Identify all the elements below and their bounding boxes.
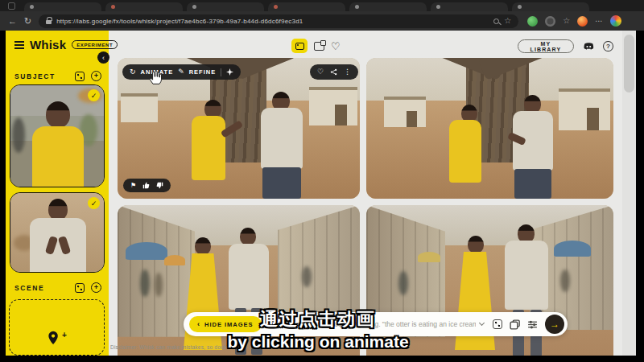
extension-icon-orange[interactable] bbox=[577, 16, 588, 27]
videos-view-toggle[interactable] bbox=[314, 42, 324, 51]
favorites-heart-icon[interactable]: ♡ bbox=[331, 41, 341, 51]
more-options-icon[interactable]: ⋮ bbox=[344, 68, 351, 76]
animate-icon: ↻ bbox=[130, 68, 136, 76]
tab-favicon bbox=[274, 5, 278, 9]
browser-tab[interactable] bbox=[24, 2, 101, 11]
tab-favicon bbox=[355, 5, 359, 9]
report-flag-icon[interactable]: ⚑ bbox=[130, 183, 136, 189]
search-in-page-icon[interactable] bbox=[493, 19, 499, 24]
refine-icon: ✎ bbox=[178, 68, 184, 76]
refine-button[interactable]: REFINE bbox=[189, 68, 217, 76]
browser-toolbar: ← ↻ https://labs.google/fx/tools/whisk/p… bbox=[0, 11, 644, 31]
chevron-left-icon: ‹ bbox=[197, 320, 200, 328]
sidebar: Whisk EXPERIMENT SUBJECT + ✓ bbox=[6, 31, 109, 356]
tab-favicon bbox=[111, 5, 115, 9]
screen: ← ↻ https://labs.google/fx/tools/whisk/p… bbox=[0, 0, 644, 362]
generated-image-1[interactable]: ↻ ANIMATE ✎ REFINE ♡ ⋮ ⚑ bbox=[118, 58, 360, 199]
browser-profile-avatar[interactable] bbox=[610, 15, 621, 27]
plus-icon: + bbox=[62, 331, 67, 339]
selected-check-badge[interactable]: ✓ bbox=[88, 89, 100, 101]
feedback-pill: ⚑ bbox=[123, 179, 171, 192]
view-toggles: ♡ bbox=[291, 39, 341, 53]
tab-favicon bbox=[30, 5, 34, 9]
browser-chrome: ← ↻ https://labs.google/fx/tools/whisk/p… bbox=[0, 0, 644, 31]
submit-arrow-button[interactable]: → bbox=[545, 315, 564, 334]
my-library-button[interactable]: MY LIBRARY bbox=[518, 39, 574, 53]
tab-favicon bbox=[518, 5, 522, 9]
extension-icon-green[interactable] bbox=[527, 16, 538, 27]
scrollbar[interactable] bbox=[622, 31, 636, 356]
thumbs-up-icon[interactable] bbox=[142, 182, 150, 189]
browser-tab[interactable] bbox=[349, 2, 427, 11]
generated-image-grid: ↻ ANIMATE ✎ REFINE ♡ ⋮ ⚑ bbox=[118, 58, 613, 356]
browser-tab[interactable] bbox=[187, 2, 264, 11]
subject-card-woman[interactable]: ✓ bbox=[10, 84, 105, 187]
back-icon[interactable]: ← bbox=[8, 17, 17, 26]
address-bar[interactable]: https://labs.google/fx/tools/whisk/proje… bbox=[39, 14, 518, 28]
experiment-badge: EXPERIMENT bbox=[72, 40, 118, 49]
thumbs-down-icon[interactable] bbox=[156, 182, 163, 189]
location-pin-icon bbox=[47, 331, 59, 345]
scene-label: SCENE bbox=[14, 284, 68, 292]
inspire-dice-icon[interactable] bbox=[493, 319, 502, 329]
images-view-toggle[interactable] bbox=[291, 39, 308, 53]
subject-header-row: SUBJECT + bbox=[14, 71, 101, 81]
scene-header-row: SCENE + bbox=[14, 282, 101, 293]
tab-search-icon[interactable] bbox=[8, 2, 15, 10]
share-icon[interactable] bbox=[330, 68, 337, 76]
discord-icon[interactable] bbox=[583, 42, 595, 51]
add-scene-icon[interactable]: + bbox=[91, 282, 101, 293]
help-icon[interactable]: ? bbox=[603, 41, 613, 51]
browser-tab-active[interactable] bbox=[512, 2, 589, 11]
image-share-pill: ♡ ⋮ bbox=[310, 64, 358, 80]
account-row: MY LIBRARY ? ▶ bbox=[518, 39, 636, 54]
favorite-heart-icon[interactable]: ♡ bbox=[317, 68, 324, 76]
generated-image-2[interactable] bbox=[366, 58, 613, 199]
extension-area: ☆ ⋯ bbox=[527, 15, 621, 27]
extension-icon-dark[interactable] bbox=[545, 16, 555, 27]
subject-label: SUBJECT bbox=[14, 72, 68, 80]
browser-tab[interactable] bbox=[431, 2, 508, 11]
menu-icon[interactable] bbox=[14, 44, 24, 46]
subject-card-man[interactable]: ✓ bbox=[10, 192, 105, 273]
dice-icon[interactable] bbox=[75, 283, 85, 293]
edit-prompt-spark-icon[interactable] bbox=[226, 68, 233, 76]
url-text: https://labs.google/fx/tools/whisk/proje… bbox=[56, 18, 489, 25]
dice-icon[interactable] bbox=[75, 72, 85, 81]
whisk-app: Whisk EXPERIMENT SUBJECT + ✓ bbox=[6, 31, 636, 356]
caret-down-icon[interactable] bbox=[479, 320, 485, 326]
sidebar-header: Whisk EXPERIMENT bbox=[14, 38, 118, 51]
selected-check-badge[interactable]: ✓ bbox=[88, 197, 100, 209]
browser-tab[interactable] bbox=[105, 2, 183, 11]
hand-cursor bbox=[148, 69, 162, 85]
refresh-icon[interactable]: ↻ bbox=[24, 17, 31, 26]
prompt-bar: ‹ HIDE IMAGES → bbox=[184, 312, 568, 336]
bookmark-star-icon[interactable]: ☆ bbox=[504, 17, 511, 25]
browser-tab-strip bbox=[0, 0, 644, 11]
browser-tab[interactable] bbox=[268, 2, 345, 11]
image-stack-icon[interactable] bbox=[510, 319, 520, 330]
settings-sliders-icon[interactable] bbox=[527, 319, 538, 330]
disclaimer-text: Disclaimer: Whisk can make mistakes, so … bbox=[110, 344, 252, 350]
scrollbar-thumb[interactable] bbox=[624, 35, 634, 93]
hide-images-button[interactable]: ‹ HIDE IMAGES bbox=[189, 316, 262, 332]
prompt-input[interactable] bbox=[269, 320, 476, 328]
browser-menu-icon[interactable]: ⋯ bbox=[595, 17, 603, 25]
tab-favicon bbox=[192, 5, 196, 9]
lock-icon bbox=[46, 20, 52, 24]
hide-images-label: HIDE IMAGES bbox=[204, 321, 254, 328]
extension-icon-star[interactable]: ☆ bbox=[563, 17, 570, 25]
scene-drop-slot[interactable]: + bbox=[9, 299, 105, 356]
image-action-pill: ↻ ANIMATE ✎ REFINE bbox=[122, 64, 241, 80]
add-subject-icon[interactable]: + bbox=[91, 71, 101, 81]
tab-favicon bbox=[436, 5, 440, 9]
sidebar-collapse-button[interactable]: ‹ bbox=[97, 51, 109, 64]
image-icon bbox=[295, 43, 304, 50]
app-title: Whisk bbox=[30, 38, 66, 51]
